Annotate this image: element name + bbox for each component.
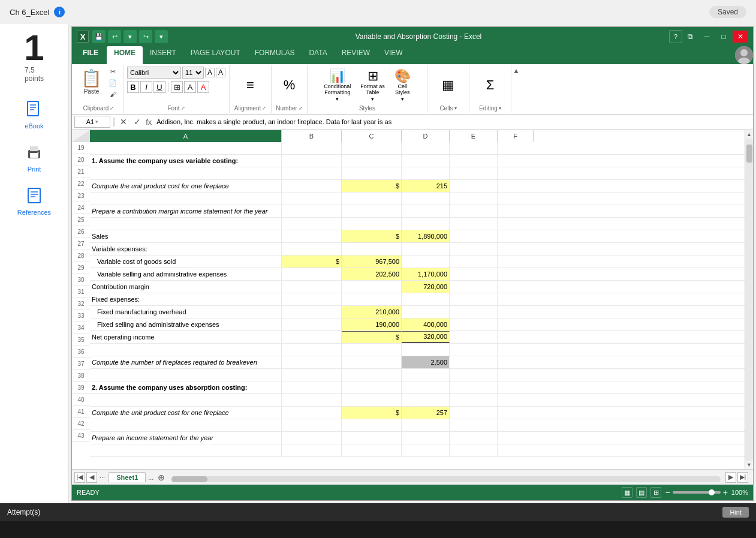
copy-btn[interactable]: 📄 bbox=[106, 78, 119, 88]
cell-D43[interactable] bbox=[402, 444, 450, 456]
cell-E27[interactable] bbox=[450, 243, 498, 255]
cell-D24[interactable] bbox=[402, 205, 450, 217]
font-family-select[interactable]: Calibri bbox=[127, 67, 181, 79]
font-shrink-btn[interactable]: A bbox=[216, 68, 225, 77]
cell-D27[interactable] bbox=[402, 243, 450, 255]
cell-A21[interactable] bbox=[90, 167, 282, 179]
tab-home[interactable]: HOME bbox=[107, 46, 143, 64]
cell-ref-box[interactable]: A1 ▾ bbox=[74, 116, 110, 128]
cell-E41[interactable] bbox=[450, 419, 498, 431]
cell-C20[interactable] bbox=[342, 155, 402, 167]
cell-E28[interactable] bbox=[450, 256, 498, 268]
cell-B28[interactable]: $ bbox=[282, 256, 342, 268]
cell-E26[interactable] bbox=[450, 230, 498, 242]
cell-E35[interactable] bbox=[450, 344, 498, 356]
cell-A38[interactable]: 2. Assume the company uses absorption co… bbox=[90, 381, 282, 393]
cell-A36[interactable]: Compute the number of fireplaces require… bbox=[90, 356, 282, 368]
cell-A25[interactable] bbox=[90, 218, 282, 230]
tab-data[interactable]: DATA bbox=[302, 46, 334, 64]
cell-C23[interactable] bbox=[342, 193, 402, 205]
cell-B41[interactable] bbox=[282, 419, 342, 431]
page-break-btn[interactable]: ⊞ bbox=[650, 487, 661, 498]
cell-C41[interactable] bbox=[342, 419, 402, 431]
page-layout-btn[interactable]: ▤ bbox=[636, 487, 647, 498]
cell-A30[interactable]: Contribution margin bbox=[90, 281, 282, 293]
cell-A39[interactable] bbox=[90, 394, 282, 406]
sheet-nav-prev[interactable]: ◀ bbox=[86, 472, 97, 483]
format-table-dropdown[interactable]: ▾ bbox=[371, 96, 374, 102]
cell-E19[interactable] bbox=[450, 142, 498, 154]
cell-C27[interactable] bbox=[342, 243, 402, 255]
cell-A26[interactable]: Sales bbox=[90, 230, 282, 242]
cell-C29[interactable]: 202,500 bbox=[342, 268, 402, 280]
cell-B19[interactable] bbox=[282, 142, 342, 154]
cell-B42[interactable] bbox=[282, 432, 342, 444]
italic-btn[interactable]: I bbox=[140, 81, 152, 93]
cell-A19[interactable] bbox=[90, 142, 282, 154]
confirm-formula-btn[interactable]: ✓ bbox=[131, 116, 143, 128]
cell-E33[interactable] bbox=[450, 318, 498, 330]
sheet-nav-last[interactable]: ▶| bbox=[737, 472, 748, 483]
cell-B26[interactable] bbox=[282, 230, 342, 242]
cell-A43[interactable] bbox=[90, 444, 282, 456]
cell-E24[interactable] bbox=[450, 205, 498, 217]
cell-C34[interactable]: $ bbox=[342, 331, 402, 343]
redo-btn[interactable]: ↪ bbox=[139, 30, 152, 43]
sign-in-link[interactable]: Sign In bbox=[701, 46, 733, 64]
cell-D40[interactable]: 257 bbox=[402, 407, 450, 419]
zoom-slider[interactable] bbox=[673, 491, 721, 494]
editing-btn[interactable]: Σ bbox=[481, 76, 500, 95]
cell-E31[interactable] bbox=[450, 293, 498, 305]
cell-B40[interactable] bbox=[282, 407, 342, 419]
cell-A24[interactable]: Prepare a contribution margin income sta… bbox=[90, 205, 282, 217]
cell-B21[interactable] bbox=[282, 167, 342, 179]
cell-E23[interactable] bbox=[450, 193, 498, 205]
cell-C37[interactable] bbox=[342, 369, 402, 381]
cell-C38[interactable] bbox=[342, 381, 402, 393]
function-icon[interactable]: fx bbox=[146, 118, 152, 127]
cell-E30[interactable] bbox=[450, 281, 498, 293]
minimize-btn[interactable]: ─ bbox=[699, 31, 715, 43]
tab-review[interactable]: REVIEW bbox=[335, 46, 377, 64]
cell-C40[interactable]: $ bbox=[342, 407, 402, 419]
paste-btn[interactable]: 📋 Paste bbox=[78, 67, 105, 97]
cell-D34[interactable]: 320,000 bbox=[402, 331, 450, 343]
scroll-down-btn[interactable]: ▼ bbox=[745, 461, 754, 469]
cell-C21[interactable] bbox=[342, 167, 402, 179]
restore-btn[interactable]: ⧉ bbox=[682, 31, 698, 43]
format-painter-btn[interactable]: 🖌 bbox=[106, 89, 119, 99]
cell-E25[interactable] bbox=[450, 218, 498, 230]
cell-D36[interactable]: 2,500 bbox=[402, 356, 450, 368]
cell-D35[interactable] bbox=[402, 344, 450, 356]
cell-E39[interactable] bbox=[450, 394, 498, 406]
cancel-formula-btn[interactable]: ✕ bbox=[118, 116, 129, 128]
cell-styles-dropdown[interactable]: ▾ bbox=[401, 96, 404, 102]
cell-D22[interactable]: 215 bbox=[402, 180, 450, 192]
cell-D38[interactable] bbox=[402, 381, 450, 393]
cell-D39[interactable] bbox=[402, 394, 450, 406]
cell-C39[interactable] bbox=[342, 394, 402, 406]
cell-D28[interactable] bbox=[402, 256, 450, 268]
cell-A40[interactable]: Compute the unit product cost for one fi… bbox=[90, 407, 282, 419]
cell-B43[interactable] bbox=[282, 444, 342, 456]
cell-ref-dropdown[interactable]: ▾ bbox=[95, 119, 98, 125]
customize-quick-access[interactable]: ▾ bbox=[155, 30, 168, 43]
conditional-formatting-btn[interactable]: 📊 ConditionalFormatting ▾ bbox=[320, 67, 354, 104]
cell-B35[interactable] bbox=[282, 344, 342, 356]
cell-A23[interactable] bbox=[90, 193, 282, 205]
sidebar-btn-print[interactable]: Print bbox=[0, 136, 68, 179]
col-header-D[interactable]: D bbox=[402, 130, 450, 142]
sidebar-btn-ebook[interactable]: eBook bbox=[0, 92, 68, 136]
save-quick-btn[interactable]: 💾 bbox=[92, 30, 106, 43]
cell-E43[interactable] bbox=[450, 444, 498, 456]
cells-expand[interactable]: ▾ bbox=[454, 106, 457, 111]
cell-D37[interactable] bbox=[402, 369, 450, 381]
cell-D33[interactable]: 400,000 bbox=[402, 318, 450, 330]
cut-btn[interactable]: ✂ bbox=[106, 67, 119, 77]
tab-formulas[interactable]: FORMULAS bbox=[248, 46, 302, 64]
cell-D21[interactable] bbox=[402, 167, 450, 179]
cell-D26[interactable]: 1,890,000 bbox=[402, 230, 450, 242]
cell-C32[interactable]: 210,000 bbox=[342, 306, 402, 318]
zoom-out-btn[interactable]: − bbox=[665, 488, 670, 497]
number-btn[interactable]: % bbox=[280, 76, 299, 95]
